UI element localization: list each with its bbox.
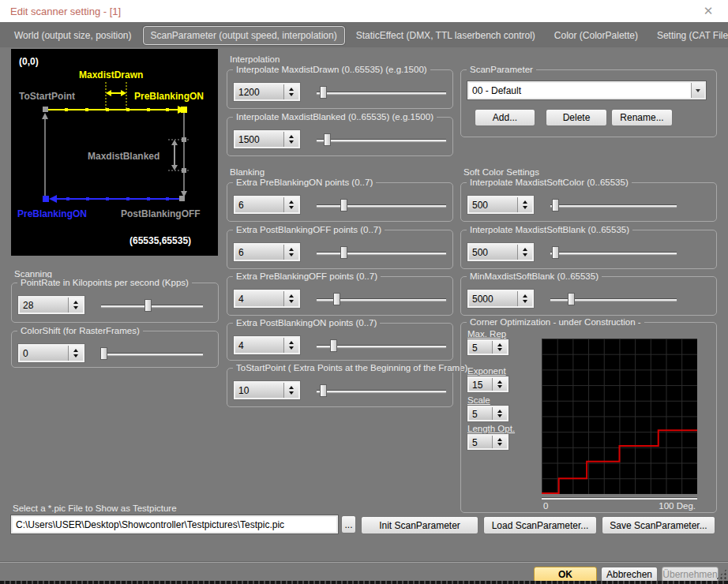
slider-thumb[interactable] <box>333 293 340 305</box>
maxdistblanked-spinner[interactable]: 1500 <box>234 130 300 148</box>
maxdistsoftcolor-slider[interactable] <box>550 197 677 212</box>
delete-button[interactable]: Delete <box>546 109 607 126</box>
spinner-up-icon[interactable] <box>289 200 294 204</box>
spinner-buttons[interactable] <box>68 346 83 361</box>
extra-postblankingoff-slider[interactable] <box>317 245 446 260</box>
length-opt-spinner[interactable]: 5 <box>467 434 508 450</box>
spinner-up-icon[interactable] <box>523 294 527 298</box>
combo-dropdown-button[interactable] <box>691 83 704 98</box>
spinner-up-icon[interactable] <box>289 248 294 251</box>
extra-postblankingon-slider[interactable] <box>317 338 446 353</box>
spinner-down-icon[interactable] <box>497 414 502 417</box>
spinner-up-icon[interactable] <box>523 200 527 204</box>
tab-world[interactable]: World (output size, position) <box>6 27 140 44</box>
spinner-up-icon[interactable] <box>289 341 294 344</box>
spinner-buttons[interactable] <box>283 84 298 99</box>
tab-setting[interactable]: Setting (CAT File ) <box>649 27 728 44</box>
load-scanparameter-button[interactable]: Load ScanParameter... <box>483 516 597 534</box>
slider-thumb[interactable] <box>320 86 327 99</box>
spinner-up-icon[interactable] <box>289 294 294 298</box>
scale-spinner[interactable]: 5 <box>467 406 508 421</box>
spinner-down-icon[interactable] <box>289 140 294 144</box>
spinner-buttons[interactable] <box>492 436 507 448</box>
minmaxdistsoftblank-slider[interactable] <box>550 291 677 306</box>
init-scanparameter-button[interactable]: Init ScanParameter <box>361 516 478 534</box>
extra-preblankingoff-spinner[interactable]: 4 <box>234 290 300 308</box>
spinner-down-icon[interactable] <box>73 306 78 309</box>
slider-thumb[interactable] <box>568 293 575 305</box>
tab-color[interactable]: Color (ColorPalette) <box>546 27 646 44</box>
tostartpoint-slider[interactable] <box>317 383 446 398</box>
spinner-buttons[interactable] <box>283 132 298 147</box>
spinner-down-icon[interactable] <box>73 354 78 358</box>
exponent-spinner[interactable]: 15 <box>467 376 508 392</box>
close-icon[interactable]: ✕ <box>695 2 722 20</box>
rename-button[interactable]: Rename... <box>611 109 673 126</box>
slider-thumb[interactable] <box>324 133 331 146</box>
slider-thumb[interactable] <box>340 246 347 259</box>
testpicture-path-input[interactable] <box>11 515 338 533</box>
maxdistsoftblank-spinner[interactable]: 500 <box>467 243 534 261</box>
browse-button[interactable]: ... <box>341 515 356 533</box>
spinner-down-icon[interactable] <box>289 300 294 303</box>
extra-preblankingon-spinner[interactable]: 6 <box>234 196 300 214</box>
spinner-down-icon[interactable] <box>523 300 527 303</box>
spinner-buttons[interactable] <box>517 197 532 212</box>
maxdistdrawn-spinner[interactable]: 1200 <box>234 83 300 101</box>
spinner-up-icon[interactable] <box>497 380 502 384</box>
spinner-down-icon[interactable] <box>289 346 294 350</box>
spinner-buttons[interactable] <box>283 245 298 260</box>
tab-staticeffect[interactable]: StaticEffect (DMX, TTL laserbench contro… <box>348 27 543 44</box>
save-scanparameter-button[interactable]: Save ScanParameter... <box>602 516 715 534</box>
spinner-buttons[interactable] <box>492 341 507 354</box>
ok-button[interactable]: OK <box>534 567 597 582</box>
pointrate-slider[interactable] <box>101 298 203 313</box>
spinner-up-icon[interactable] <box>497 410 502 413</box>
spinner-buttons[interactable] <box>283 338 298 353</box>
spinner-up-icon[interactable] <box>497 343 502 346</box>
pointrate-spinner[interactable]: 28 <box>18 296 84 314</box>
spinner-buttons[interactable] <box>517 245 532 260</box>
tostartpoint-spinner[interactable]: 10 <box>234 381 300 399</box>
spinner-buttons[interactable] <box>517 291 532 306</box>
spinner-down-icon[interactable] <box>497 348 502 351</box>
spinner-up-icon[interactable] <box>289 88 294 91</box>
slider-thumb[interactable] <box>144 299 152 312</box>
slider-thumb[interactable] <box>340 199 347 212</box>
spinner-up-icon[interactable] <box>289 386 294 389</box>
cancel-button[interactable]: Abbrechen <box>601 567 658 582</box>
slider-thumb[interactable] <box>320 384 327 397</box>
spinner-down-icon[interactable] <box>289 206 294 209</box>
colorshift-slider[interactable] <box>101 346 203 361</box>
slider-thumb[interactable] <box>330 339 337 352</box>
maxdistsoftblank-slider[interactable] <box>550 245 677 260</box>
spinner-down-icon[interactable] <box>289 391 294 395</box>
spinner-buttons[interactable] <box>283 197 298 212</box>
maxdistsoftcolor-spinner[interactable]: 500 <box>467 196 534 214</box>
colorshift-spinner[interactable]: 0 <box>18 344 84 362</box>
spinner-up-icon[interactable] <box>73 301 78 304</box>
extra-postblankingoff-spinner[interactable]: 6 <box>234 243 300 261</box>
spinner-buttons[interactable] <box>283 383 298 398</box>
spinner-buttons[interactable] <box>492 407 507 420</box>
spinner-down-icon[interactable] <box>497 443 502 446</box>
spinner-down-icon[interactable] <box>497 385 502 388</box>
extra-postblankingon-spinner[interactable]: 4 <box>234 336 300 354</box>
maxdistdrawn-slider[interactable] <box>317 84 446 99</box>
slider-thumb[interactable] <box>552 199 559 212</box>
spinner-down-icon[interactable] <box>523 253 527 256</box>
spinner-down-icon[interactable] <box>523 206 527 209</box>
spinner-up-icon[interactable] <box>289 135 294 138</box>
extra-preblankingon-slider[interactable] <box>317 197 446 212</box>
slider-thumb[interactable] <box>552 246 559 259</box>
spinner-down-icon[interactable] <box>289 93 294 96</box>
extra-preblankingoff-slider[interactable] <box>317 291 446 306</box>
spinner-buttons[interactable] <box>283 291 298 306</box>
slider-thumb[interactable] <box>100 347 107 360</box>
spinner-buttons[interactable] <box>68 298 83 313</box>
spinner-up-icon[interactable] <box>523 248 527 251</box>
spinner-buttons[interactable] <box>492 378 507 391</box>
max-rep-spinner[interactable]: 5 <box>467 339 508 355</box>
minmaxdistsoftblank-spinner[interactable]: 5000 <box>467 290 534 308</box>
spinner-down-icon[interactable] <box>289 253 294 256</box>
